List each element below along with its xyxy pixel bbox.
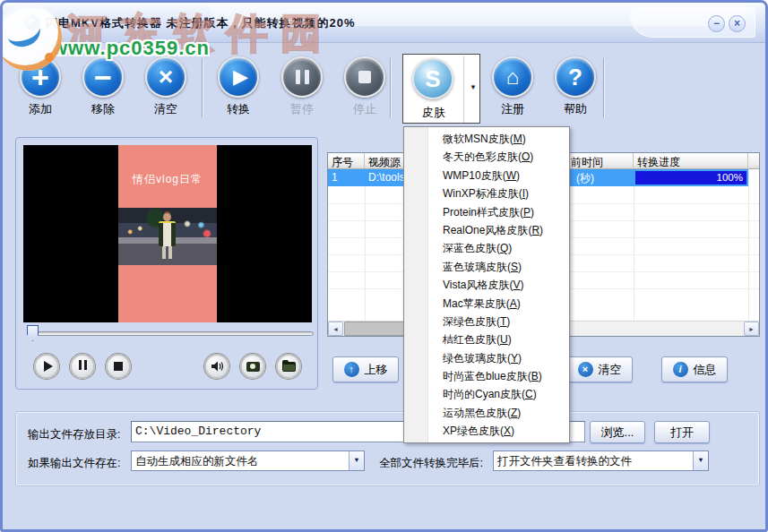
toolbar-separator <box>202 58 203 117</box>
toolbar-clear-button[interactable]: × 清空 <box>141 56 191 123</box>
toolbar-separator <box>603 58 605 117</box>
menu-item-darkgreen-skin[interactable]: 深绿色皮肤(T) <box>404 313 569 330</box>
toolbar-pause-button: 暂停 <box>277 56 327 123</box>
player-snapshot-button[interactable] <box>240 354 265 379</box>
minus-icon: − <box>82 56 124 98</box>
menu-item-sportblack-skin[interactable]: 运动黑色皮肤(Z) <box>404 404 569 422</box>
open-button[interactable]: 打开 <box>654 421 710 443</box>
toolbar-skin-button[interactable]: S ▼ 皮肤 <box>402 54 480 124</box>
scroll-right-arrow[interactable]: ► <box>744 322 759 336</box>
player-play-button[interactable] <box>34 354 59 379</box>
camera-icon <box>246 362 260 372</box>
question-icon: ? <box>555 56 596 98</box>
after-convert-combobox[interactable]: 打开文件夹查看转换的文件 ▼ <box>493 450 709 471</box>
menu-item-cyan-skin[interactable]: 时尚的Cyan皮肤(C) <box>404 385 569 403</box>
menu-item-vista-skin[interactable]: Vista风格皮肤(V) <box>404 276 569 294</box>
stop-icon <box>344 56 385 98</box>
cross-icon: × <box>578 362 593 377</box>
menu-item-msn-skin[interactable]: 微软MSN皮肤(M) <box>404 130 569 148</box>
menu-item-winxp-skin[interactable]: WinXP标准皮肤(I) <box>404 184 569 202</box>
up-arrow-icon: ↑ <box>344 362 359 377</box>
move-up-button[interactable]: ↑ 上移 <box>332 356 399 382</box>
player-stop-button[interactable] <box>106 354 131 379</box>
video-caption: 情侣vlog日常 <box>118 172 217 187</box>
pause-icon <box>281 56 323 98</box>
person-figure <box>159 221 176 246</box>
info-button[interactable]: i 信息 <box>661 356 728 382</box>
video-frame: 情侣vlog日常 <box>118 145 217 322</box>
seek-slider-thumb[interactable] <box>27 325 39 341</box>
menu-item-fashionblue-skin[interactable]: 时尚蓝色blue皮肤(B) <box>404 367 569 385</box>
cell-index: 1 <box>328 169 365 186</box>
clear-list-button[interactable]: × 清空 <box>566 356 633 382</box>
toolbar-separator <box>390 58 392 117</box>
if-exists-label: 如果输出文件存在: <box>28 456 120 471</box>
grid-line <box>634 169 634 322</box>
menu-item-blueglass-skin[interactable]: 蓝色玻璃皮肤(S) <box>404 258 569 276</box>
toolbar-help-button[interactable]: ? 帮助 <box>550 56 600 123</box>
watermark-site-url: www.pc0359.cn <box>52 37 210 60</box>
seek-slider-track[interactable] <box>30 331 314 336</box>
menu-item-greenglass-skin[interactable]: 绿色玻璃皮肤(Y) <box>404 349 569 367</box>
menu-item-realone-skin[interactable]: RealOne风格皮肤(R) <box>404 221 569 239</box>
video-screen: 情侣vlog日常 <box>23 145 312 322</box>
person-figure <box>162 246 172 259</box>
column-header-index[interactable]: 序号 <box>328 153 365 169</box>
player-open-folder-button[interactable] <box>276 354 301 379</box>
column-header-progress[interactable]: 转换进度 <box>634 153 748 169</box>
menu-item-xpgreen-skin[interactable]: XP绿色皮肤(X) <box>404 422 569 440</box>
menu-item-mac-skin[interactable]: Mac苹果皮肤(A) <box>404 295 569 313</box>
if-exists-combobox[interactable]: 自动生成相应的新文件名 ▼ <box>131 450 365 471</box>
menu-item-winter-skin[interactable]: 冬天的色彩皮肤(O) <box>404 148 569 166</box>
video-still-image <box>118 208 217 265</box>
progress-bar: 100% <box>635 171 746 184</box>
scroll-left-arrow[interactable]: ◄ <box>328 322 343 336</box>
output-dir-label: 输出文件存放目录: <box>28 427 120 442</box>
video-preview-panel: 情侣vlog日常 <box>15 137 318 390</box>
play-icon <box>44 361 53 372</box>
grid-line <box>748 169 749 322</box>
chevron-down-icon[interactable]: ▼ <box>693 451 708 470</box>
play-icon: ▶ <box>218 56 259 98</box>
person-figure <box>163 213 171 221</box>
folder-icon <box>282 362 296 372</box>
info-icon: i <box>673 362 688 377</box>
toolbar-register-button[interactable]: ⌂ 注册 <box>488 56 538 123</box>
menu-item-wmp10-skin[interactable]: WMP10皮肤(W) <box>404 167 569 184</box>
skin-s-icon: S <box>412 58 453 99</box>
chevron-down-icon[interactable]: ▼ <box>349 451 364 470</box>
menu-item-orange-skin[interactable]: 桔红色皮肤(U) <box>404 330 569 348</box>
pause-icon <box>77 360 88 373</box>
minimize-button[interactable]: − <box>708 15 725 32</box>
chevron-down-icon[interactable]: ▼ <box>466 83 480 91</box>
player-volume-button[interactable] <box>204 354 229 379</box>
home-icon: ⌂ <box>492 56 533 98</box>
stop-icon <box>114 362 123 371</box>
close-button[interactable]: × <box>729 15 746 32</box>
toolbar-convert-button[interactable]: ▶ 转换 <box>213 56 263 123</box>
skin-dropdown-menu: 微软MSN皮肤(M) 冬天的色彩皮肤(O) WMP10皮肤(W) WinXP标准… <box>403 126 570 443</box>
browse-button[interactable]: 浏览... <box>590 421 645 443</box>
app-window: 闪电MKV格式转换器 未注册版本，只能转换视频的20% − × + 添加 − 移… <box>0 0 768 532</box>
player-pause-button[interactable] <box>70 354 95 379</box>
grid-line <box>365 169 366 322</box>
progress-value: 100% <box>717 172 743 183</box>
column-header-filler <box>748 153 759 169</box>
toolbar-stop-button: 停止 <box>340 56 390 123</box>
toolbar-remove-button[interactable]: − 移除 <box>78 56 128 123</box>
menu-item-darkblue-skin[interactable]: 深蓝色皮肤(Q) <box>404 239 569 257</box>
speaker-icon <box>211 360 224 373</box>
cross-icon: × <box>145 56 186 98</box>
after-convert-label: 全部文件转换完毕后: <box>379 456 483 471</box>
menu-item-protein-skin[interactable]: Protein样式皮肤(P) <box>404 203 569 221</box>
